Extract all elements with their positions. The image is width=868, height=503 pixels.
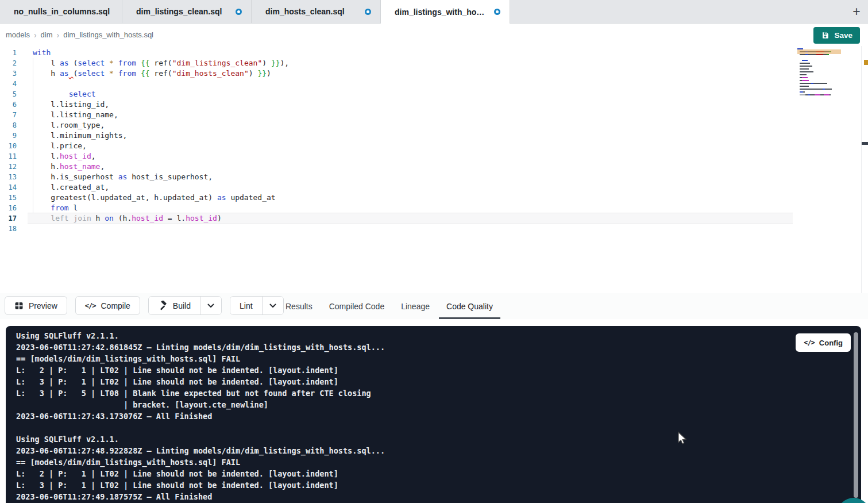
minimap-row [797, 74, 841, 75]
button-label: Build [173, 301, 191, 310]
minimap-row [797, 71, 841, 72]
breadcrumb-item[interactable]: models [6, 30, 30, 39]
minimap-row [797, 83, 841, 84]
build-dropdown-button[interactable] [200, 297, 221, 314]
config-label: Config [819, 339, 843, 347]
tab-dim-hosts-clean-sql[interactable]: dim_hosts_clean.sql [252, 0, 381, 23]
minimap[interactable] [797, 48, 841, 100]
compile-button[interactable]: </>Compile [75, 296, 140, 315]
code-token [33, 214, 51, 222]
breadcrumb-item[interactable]: dim [41, 30, 53, 39]
code-line-text[interactable] [28, 224, 33, 234]
button-label: Compile [101, 301, 130, 310]
tab-lineage[interactable]: Lineage [401, 293, 430, 319]
tab-no-nulls-in-columns-sql[interactable]: no_nulls_in_columns.sql [0, 0, 122, 23]
code-line-text[interactable]: greatest(l.updated_at, h.updated_at) as … [28, 193, 276, 203]
code-token: host_is_superhost, [127, 172, 213, 181]
minimap-segment [800, 54, 805, 55]
code-token: ) [267, 69, 271, 78]
lint-dropdown-button[interactable] [262, 297, 283, 314]
save-label: Save [834, 31, 852, 40]
code-line-text[interactable]: l.listing_id, [28, 99, 109, 110]
code-token: = l. [163, 214, 186, 222]
code-token: from [118, 59, 136, 67]
minimap-row [797, 89, 841, 90]
code-token: h [33, 69, 60, 78]
code-line-text[interactable]: h.is_superhost as host_is_superhost, [28, 172, 213, 182]
breadcrumb-item[interactable]: dim_listings_with_hosts.sql [63, 30, 153, 39]
mouse-cursor [676, 431, 688, 448]
code-line-text[interactable]: l.listing_name, [28, 110, 118, 120]
line-number: 17 [0, 213, 28, 224]
minimap-row [797, 66, 841, 67]
tab-dim-listings-with-hosts-sql[interactable]: dim_listings_with_hosts.sql [381, 0, 510, 24]
tab-compiled-code[interactable]: Compiled Code [329, 293, 385, 319]
code-line: 2 l as (select * from {{ ref("dim_listin… [0, 58, 289, 68]
line-number: 5 [0, 89, 28, 99]
code-line-text[interactable]: l.created_at, [28, 182, 109, 193]
minimap-row [797, 86, 841, 87]
code-token: ) [217, 214, 222, 222]
code-area[interactable]: 1with2 l as (select * from {{ ref("dim_l… [0, 48, 289, 234]
minimap-segment [800, 68, 809, 70]
unsaved-dot-icon [494, 9, 500, 15]
code-line-text[interactable]: select [28, 89, 96, 99]
code-token: ) [249, 69, 258, 78]
code-line: 5 select [0, 89, 289, 99]
tab-code-quality[interactable]: Code Quality [446, 293, 493, 319]
code-token: updated_at [226, 193, 276, 202]
chevron-down-icon [207, 304, 214, 308]
code-token: greatest(l.updated_at, h.updated_at) [33, 193, 217, 202]
minimap-segment [824, 94, 830, 95]
line-number: 1 [0, 48, 28, 58]
minimap-segment [802, 60, 808, 61]
terminal-line: 2023-06-06T11:27:42.861845Z — Linting mo… [16, 341, 385, 353]
code-line-text[interactable]: h as (select * from {{ ref("dim_hosts_cl… [28, 68, 271, 79]
line-number: 16 [0, 203, 28, 213]
new-tab-button[interactable]: + [848, 3, 865, 20]
terminal-line: L: 3 | P: 1 | LT02 | Line should not be … [16, 376, 385, 387]
minimap-row [797, 68, 841, 70]
minimap-segment [800, 89, 823, 90]
code-token [105, 59, 109, 67]
terminal-line: Using SQLFluff v2.1.1. [16, 330, 385, 341]
code-line-text[interactable]: h.host_name, [28, 162, 105, 172]
tab-label: no_nulls_in_columns.sql [14, 7, 110, 16]
code-editor[interactable]: 1with2 l as (select * from {{ ref("dim_l… [0, 46, 868, 293]
save-button[interactable]: Save [813, 27, 860, 44]
code-line-text[interactable]: from l [28, 203, 78, 213]
code-line-text[interactable]: l.minimum_nights, [28, 130, 127, 141]
tab-dim-listings-clean-sql[interactable]: dim_listings_clean.sql [122, 0, 252, 23]
code-line-text[interactable]: l.room_type, [28, 120, 105, 130]
config-button[interactable]: </> Config [796, 333, 851, 352]
code-line-text[interactable]: l.price, [28, 141, 87, 151]
code-token: l [33, 59, 60, 67]
minimap-segment [800, 86, 809, 87]
minimap-segment [802, 80, 809, 81]
tab-results[interactable]: Results [286, 293, 313, 319]
code-token: l.price, [33, 141, 87, 150]
code-line-text[interactable]: with [28, 48, 51, 58]
editor-actions: Preview</>CompileBuildLint [5, 296, 284, 315]
code-line-text[interactable]: left join h on (h.host_id = l.host_id) [28, 213, 222, 224]
code-token: as [60, 69, 69, 78]
lint-button[interactable]: Lint [230, 297, 262, 314]
code-line-text[interactable]: l.host_id, [28, 151, 96, 162]
code-token: (h. [114, 214, 132, 222]
code-line-text[interactable]: l as (select * from {{ ref("dim_listings… [28, 58, 289, 68]
minimap-segment [815, 94, 820, 95]
code-line: 16 from l [0, 203, 289, 213]
terminal-line: == [models/dim/dim_listings_with_hosts.s… [16, 456, 385, 468]
code-token: }} [257, 69, 267, 78]
terminal-line: L: 2 | P: 1 | LT02 | Line should not be … [16, 468, 385, 479]
code-line-text[interactable] [28, 79, 33, 89]
tab-label: dim_listings_clean.sql [136, 7, 222, 16]
code-line: 12 h.host_name, [0, 162, 289, 172]
terminal-scrollbar[interactable] [854, 332, 858, 498]
tab-label: dim_listings_with_hosts.sql [395, 7, 489, 17]
code-token: select [78, 59, 105, 67]
preview-button[interactable]: Preview [5, 296, 67, 315]
build-button[interactable]: Build [149, 297, 200, 314]
code-token: }} [271, 59, 280, 67]
code-token: from [118, 69, 136, 78]
